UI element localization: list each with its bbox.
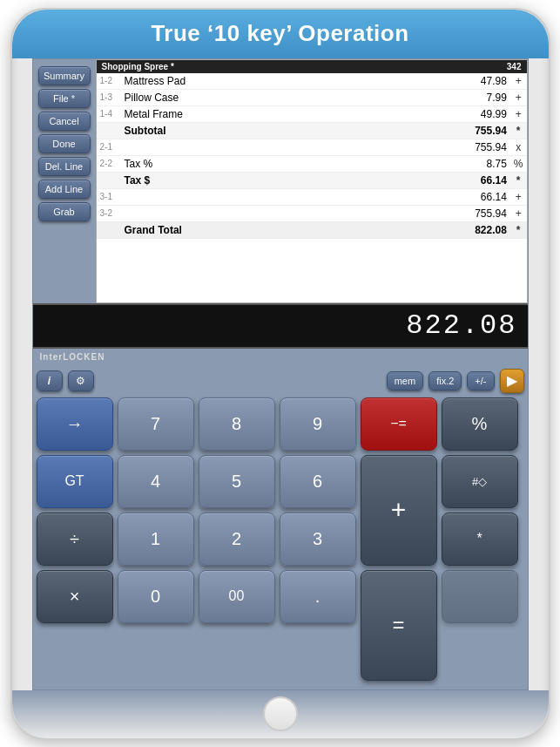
settings-button[interactable]: ⚙ — [68, 370, 94, 391]
ipad-bottom — [12, 690, 549, 738]
grab-button[interactable]: Grab — [38, 202, 91, 221]
key-00[interactable]: 00 — [199, 570, 275, 623]
arrow-icon: ▶ — [507, 372, 517, 389]
row-op: * — [510, 122, 527, 139]
arrow-button[interactable]: ▶ — [500, 369, 524, 393]
multiply-key[interactable]: × — [37, 570, 113, 623]
key-6[interactable]: 6 — [280, 455, 356, 508]
cancel-button[interactable]: Cancel — [38, 112, 91, 131]
plus-key[interactable]: + — [361, 455, 437, 566]
equal-key[interactable]: = — [361, 570, 437, 681]
table-row-subtotal: Subtotal 755.94 * — [97, 122, 527, 139]
info-button[interactable]: i — [37, 370, 63, 391]
sidebar: Summary File * Cancel Done Del. Line Add… — [33, 59, 96, 286]
row-desc — [121, 205, 350, 221]
tape-header: Shopping Spree * 342 — [97, 60, 527, 73]
minus-equal-key[interactable]: −= — [361, 397, 437, 451]
header-title: True ‘10 key’ Operation — [151, 20, 408, 47]
utility-row: i ⚙ mem fix.2 +/- ▶ — [37, 369, 524, 393]
tape-count: 342 — [507, 62, 522, 71]
fix-button[interactable]: fix.2 — [428, 371, 462, 390]
file-button[interactable]: File * — [38, 89, 91, 108]
settings-icon: ⚙ — [76, 375, 85, 387]
row-num — [97, 221, 121, 238]
del-line-button[interactable]: Del. Line — [38, 157, 91, 176]
row-num: 1-3 — [97, 89, 121, 105]
tape-title: Shopping Spree * — [102, 62, 174, 71]
display-value: 822.08 — [406, 309, 516, 342]
brand-label: InterLOCKEN — [40, 352, 105, 362]
mem-button[interactable]: mem — [387, 371, 423, 390]
key-1[interactable]: 1 — [118, 513, 194, 566]
key-5[interactable]: 5 — [199, 455, 275, 508]
row-desc: Subtotal — [121, 122, 350, 139]
row-desc: Mattress Pad — [121, 73, 350, 90]
key-4[interactable]: 4 — [118, 455, 194, 508]
gt-key[interactable]: GT — [37, 455, 113, 508]
row-op: + — [510, 89, 527, 105]
done-button[interactable]: Done — [38, 134, 91, 153]
row-op: % — [510, 155, 527, 172]
row-num: 3-2 — [97, 205, 121, 221]
row-op: x — [510, 139, 527, 155]
key-9[interactable]: 9 — [280, 397, 356, 451]
row-op: + — [510, 205, 527, 221]
row-op: + — [510, 105, 527, 122]
row-desc — [121, 188, 350, 205]
row-op: * — [510, 172, 527, 188]
row-num: 3-1 — [97, 188, 121, 205]
transfer-key[interactable]: → — [37, 397, 113, 451]
hash-diamond-key[interactable]: #◇ — [442, 455, 518, 508]
key-8[interactable]: 8 — [199, 397, 275, 451]
table-row: 1-2 Mattress Pad 47.98 + — [97, 73, 527, 90]
keypad: → 7 8 9 −= % GT 4 5 6 + #◇ ÷ 1 2 3 * × 0… — [37, 397, 524, 681]
key-0[interactable]: 0 — [118, 570, 194, 623]
key-3[interactable]: 3 — [280, 513, 356, 566]
table-row-subtotal: Tax $ 66.14 * — [97, 172, 527, 188]
row-val: 47.98 — [350, 73, 510, 90]
row-num: 2-2 — [97, 155, 121, 172]
row-val: 8.75 — [350, 155, 510, 172]
row-val: 755.94 — [350, 139, 510, 155]
row-desc: Metal Frame — [121, 105, 350, 122]
row-val: 822.08 — [350, 221, 510, 238]
home-button[interactable] — [263, 696, 298, 731]
row-val: 755.94 — [350, 122, 510, 139]
row-num — [97, 172, 121, 188]
divide-key[interactable]: ÷ — [37, 513, 113, 566]
row-desc: Pillow Case — [121, 89, 350, 105]
row-num — [97, 122, 121, 139]
summary-button[interactable]: Summary — [38, 66, 91, 85]
info-icon: i — [48, 375, 51, 387]
table-row: 3-2 755.94 + — [97, 205, 527, 221]
ipad-frame: True ‘10 key’ Operation Summary File * C… — [10, 8, 550, 740]
row-val: 49.99 — [350, 105, 510, 122]
row-val: 66.14 — [350, 188, 510, 205]
row-desc — [121, 139, 350, 155]
key-dot[interactable]: . — [280, 570, 356, 623]
table-row-grandtotal: Grand Total 822.08 * — [97, 221, 527, 238]
key-2[interactable]: 2 — [199, 513, 275, 566]
table-row: 2-2 Tax % 8.75 % — [97, 155, 527, 172]
row-val: 755.94 — [350, 205, 510, 221]
row-val: 7.99 — [350, 89, 510, 105]
row-num: 1-4 — [97, 105, 121, 122]
empty-key — [442, 570, 518, 623]
plusminus-button[interactable]: +/- — [467, 371, 494, 390]
star-key[interactable]: * — [442, 513, 518, 566]
row-num: 2-1 — [97, 139, 121, 155]
row-desc: Grand Total — [121, 221, 350, 238]
tape-table: 1-2 Mattress Pad 47.98 + 1-3 Pillow Case… — [97, 73, 527, 239]
row-op: + — [510, 73, 527, 90]
table-row: 1-4 Metal Frame 49.99 + — [97, 105, 527, 122]
row-num: 1-2 — [97, 73, 121, 90]
display-area: 822.08 — [33, 303, 528, 349]
add-line-button[interactable]: Add Line — [38, 180, 91, 199]
row-op: + — [510, 188, 527, 205]
tape-area: Shopping Spree * 342 1-2 Mattress Pad 47… — [96, 59, 528, 303]
table-row: 2-1 755.94 x — [97, 139, 527, 155]
key-7[interactable]: 7 — [118, 397, 194, 451]
percent-key[interactable]: % — [442, 397, 518, 451]
row-val: 66.14 — [350, 172, 510, 188]
ipad-screen: Summary File * Cancel Done Del. Line Add… — [32, 58, 529, 690]
